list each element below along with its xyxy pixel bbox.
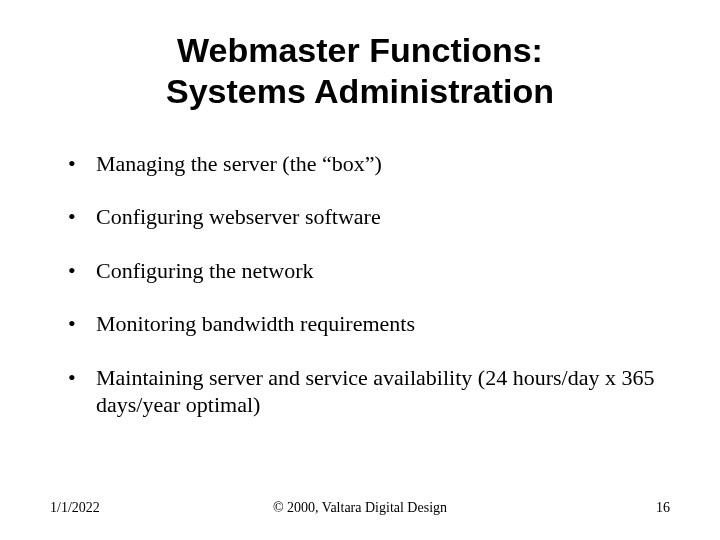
footer-date: 1/1/2022: [50, 500, 100, 516]
bullet-item: Configuring webserver software: [68, 203, 670, 231]
slide-footer: 1/1/2022 © 2000, Valtara Digital Design …: [0, 500, 720, 516]
slide-content: Managing the server (the “box”) Configur…: [50, 150, 670, 419]
slide: Webmaster Functions: Systems Administrat…: [0, 0, 720, 540]
title-line-1: Webmaster Functions:: [177, 31, 543, 69]
title-line-2: Systems Administration: [166, 72, 554, 110]
footer-copyright: © 2000, Valtara Digital Design: [273, 500, 447, 516]
bullet-item: Configuring the network: [68, 257, 670, 285]
bullet-item: Managing the server (the “box”): [68, 150, 670, 178]
bullet-list: Managing the server (the “box”) Configur…: [68, 150, 670, 419]
footer-page-number: 16: [656, 500, 670, 516]
bullet-item: Maintaining server and service availabil…: [68, 364, 670, 419]
slide-title: Webmaster Functions: Systems Administrat…: [50, 30, 670, 112]
bullet-item: Monitoring bandwidth requirements: [68, 310, 670, 338]
